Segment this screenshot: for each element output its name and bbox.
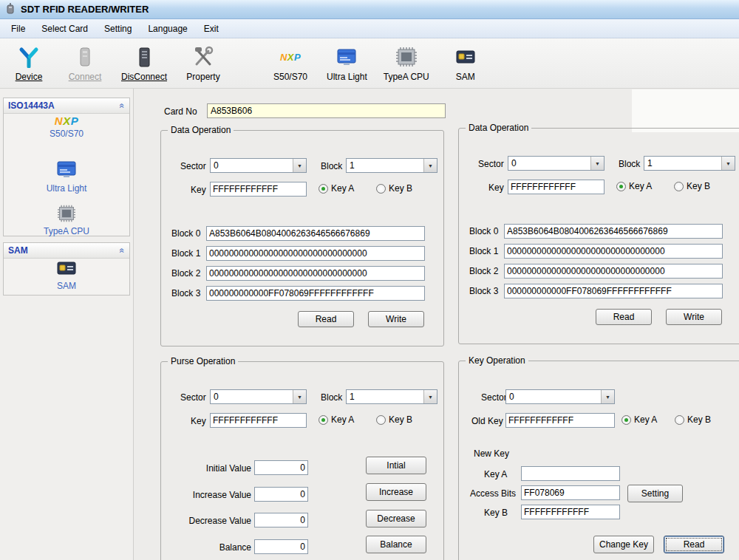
increase-value-input[interactable]	[254, 487, 308, 502]
key-a-radio[interactable]: Key A	[319, 183, 354, 194]
block1-label: Block 1	[469, 246, 498, 256]
key-b-radio-label: Key B	[389, 183, 412, 194]
read-button[interactable]: Read	[664, 536, 724, 553]
block0-input[interactable]	[504, 224, 723, 239]
decrease-button[interactable]: Decrease	[366, 510, 426, 527]
toolbar-device-button[interactable]: Device	[6, 43, 52, 83]
toolbar-ultralight-label: Ultra Light	[327, 72, 367, 82]
toolbar-s50s70-button[interactable]: NXP S50/S70	[268, 43, 313, 83]
old-key-input[interactable]	[505, 413, 615, 428]
toolbar-ultralight-button[interactable]: Ultra Light	[324, 43, 370, 83]
block-label: Block	[619, 159, 640, 169]
key-b-radio[interactable]: Key B	[674, 181, 710, 191]
menu-setting[interactable]: Setting	[96, 21, 140, 37]
initial-button[interactable]: Intial	[366, 457, 426, 474]
window-title: SDT RFID READER/WRITER	[21, 4, 149, 15]
balance-label: Balance	[168, 542, 251, 553]
block-label: Block	[321, 161, 342, 171]
toolbar: Device Connect DisConnect Prop	[0, 38, 739, 89]
change-key-button[interactable]: Change Key	[593, 536, 654, 553]
sector-dropdown[interactable]: 0 ▼	[505, 389, 615, 404]
collapse-chevron-icon[interactable]: «	[118, 103, 128, 109]
key-input[interactable]	[210, 413, 307, 428]
toolbar-device-label: Device	[16, 72, 43, 82]
purse-operation-panel: Purse Operation Sector 0 ▼ Block 1 ▼ Key…	[160, 361, 444, 560]
key-input[interactable]	[210, 182, 307, 197]
initial-value-input[interactable]	[254, 460, 308, 475]
toolbar-property-button[interactable]: Property	[180, 43, 226, 83]
menu-select-card[interactable]: Select Card	[33, 21, 96, 37]
toolbar-connect-button[interactable]: Connect	[62, 43, 108, 83]
decrease-value-input[interactable]	[254, 513, 308, 527]
key-a-radio[interactable]: Key A	[621, 414, 657, 425]
sidebar-item-ultralight[interactable]: Ultra Light	[4, 160, 129, 194]
old-key-label: Old Key	[471, 416, 503, 426]
toolbar-property-label: Property	[186, 72, 219, 82]
increase-button[interactable]: Increase	[366, 483, 426, 501]
block3-input[interactable]	[206, 286, 425, 301]
cpu-chip-icon	[57, 205, 76, 225]
block0-input[interactable]	[206, 226, 425, 241]
key-b-radio[interactable]: Key B	[376, 183, 412, 194]
sidebar-panel-iso14443a-header[interactable]: ISO14443A «	[4, 98, 129, 114]
new-key-b-label: Key B	[484, 508, 508, 518]
read-button[interactable]: Read	[298, 311, 354, 327]
menu-language[interactable]: Language	[140, 21, 195, 37]
menu-file[interactable]: File	[3, 21, 33, 37]
block-value: 1	[644, 157, 721, 170]
block2-input[interactable]	[504, 264, 723, 279]
menu-exit[interactable]: Exit	[196, 21, 227, 37]
key-b-radio[interactable]: Key B	[675, 414, 711, 425]
toolbar-typea-cpu-button[interactable]: TypeA CPU	[381, 43, 432, 83]
collapse-chevron-icon[interactable]: «	[118, 248, 128, 253]
balance-input[interactable]	[254, 539, 308, 554]
key-a-radio-label: Key A	[629, 181, 652, 191]
radio-circle	[319, 184, 328, 194]
sector-label: Sector	[180, 161, 206, 171]
sidebar-item-sam[interactable]: SAM	[4, 261, 129, 291]
key-a-radio-label: Key A	[331, 183, 354, 194]
sidebar-item-s50s70[interactable]: NXP S50/S70	[4, 115, 129, 139]
toolbar-disconnect-button[interactable]: DisConnect	[118, 43, 170, 83]
sector-dropdown[interactable]: 0 ▼	[508, 156, 605, 171]
new-key-b-input[interactable]	[521, 505, 620, 519]
setting-button[interactable]: Setting	[627, 485, 683, 502]
sidebar-item-typea-cpu[interactable]: TypeA CPU	[4, 205, 129, 236]
write-button[interactable]: Write	[368, 311, 424, 327]
key-a-radio[interactable]: Key A	[616, 181, 652, 191]
sidebar-panel-sam-header[interactable]: SAM «	[4, 243, 129, 259]
block1-input[interactable]	[206, 246, 425, 261]
group-title: Purse Operation	[168, 356, 238, 366]
sidebar-item-sam-label: SAM	[57, 281, 76, 291]
ultralight-card-icon	[55, 160, 78, 182]
block-dropdown[interactable]: 1 ▼	[644, 156, 735, 171]
key-input[interactable]	[508, 180, 605, 194]
block1-input[interactable]	[504, 244, 723, 259]
key-b-radio-label: Key B	[687, 414, 711, 425]
balance-button[interactable]: Balance	[366, 536, 426, 553]
key-b-radio[interactable]: Key B	[376, 414, 412, 425]
block-dropdown[interactable]: 1 ▼	[346, 389, 437, 404]
block0-label: Block 0	[171, 228, 200, 239]
block-dropdown[interactable]: 1 ▼	[346, 158, 437, 173]
write-button[interactable]: Write	[666, 309, 722, 325]
sector-label: Sector	[481, 392, 507, 403]
increase-value-label: Increase Value	[168, 490, 251, 500]
app-window: SDT RFID READER/WRITER File Select Card …	[0, 0, 739, 560]
key-a-radio[interactable]: Key A	[319, 414, 354, 425]
key-operation-panel: Key Operation Sector 0 ▼ Old Key Key A K…	[458, 361, 739, 560]
toolbar-sam-button[interactable]: SAM	[443, 43, 488, 83]
block3-input[interactable]	[504, 284, 723, 298]
card-no-field[interactable]	[207, 103, 446, 118]
read-button[interactable]: Read	[596, 309, 652, 325]
sector-dropdown[interactable]: 0 ▼	[210, 158, 307, 173]
sector-dropdown[interactable]: 0 ▼	[210, 389, 307, 404]
key-b-radio-label: Key B	[687, 181, 710, 191]
new-key-a-label: Key A	[484, 469, 507, 479]
sector-value: 0	[211, 159, 293, 172]
access-bits-input[interactable]	[521, 485, 620, 500]
new-key-a-input[interactable]	[521, 466, 620, 481]
block2-input[interactable]	[206, 266, 425, 281]
sector-value: 0	[506, 390, 601, 403]
block1-label: Block 1	[171, 248, 200, 259]
